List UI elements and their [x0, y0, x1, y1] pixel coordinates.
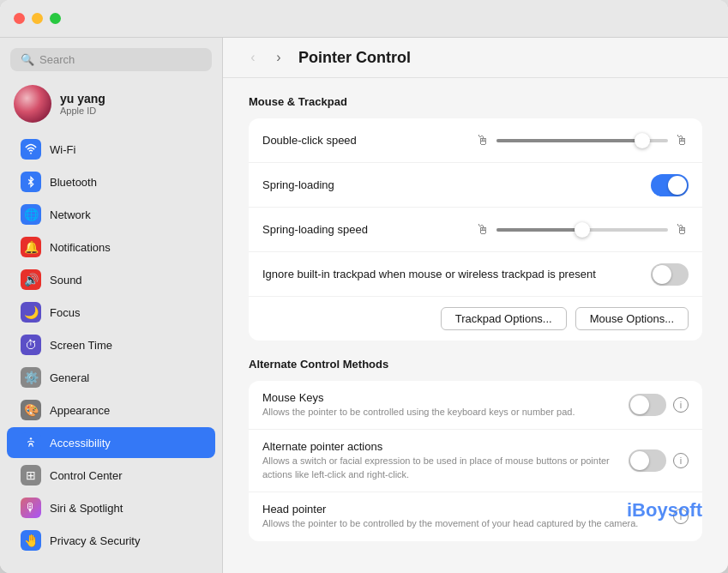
general-icon: ⚙️ [21, 367, 41, 388]
forward-button[interactable]: › [269, 48, 288, 67]
sidebar-item-network[interactable]: 🌐 Network [7, 199, 215, 230]
controlcenter-icon: ⊞ [21, 465, 41, 486]
ignore-trackpad-toggle[interactable] [651, 263, 689, 286]
appearance-icon: 🎨 [21, 400, 41, 420]
sidebar-item-label: Siri & Spotlight [50, 502, 123, 515]
sidebar-item-label: Focus [50, 306, 80, 319]
sidebar-item-label: Wi-Fi [50, 143, 75, 156]
ignore-trackpad-label: Ignore built-in trackpad when mouse or w… [262, 268, 651, 280]
sidebar-item-screentime[interactable]: ⏱ Screen Time [7, 329, 215, 360]
svg-point-0 [30, 153, 32, 154]
spring-loading-label: Spring-loading [262, 178, 651, 191]
sidebar-item-label: Appearance [50, 404, 110, 417]
head-pointer-label: Head pointer [262, 503, 673, 516]
sidebar-item-label: Sound [50, 274, 82, 286]
main-content: ‹ › Pointer Control Mouse & Trackpad Dou… [223, 38, 728, 573]
user-subtitle: Apple ID [60, 106, 105, 116]
slider-small-icon: 🖱 [476, 133, 490, 148]
avatar [14, 85, 51, 123]
alternate-pointer-toggle[interactable] [629, 449, 666, 472]
alternate-pointer-sublabel: Allows a switch or facial expression to … [262, 455, 629, 481]
section-header-mouse-trackpad: Mouse & Trackpad [249, 95, 702, 108]
setting-row-alternate-pointer: Alternate pointer actions Allows a switc… [249, 430, 702, 492]
sidebar-item-siri[interactable]: 🎙 Siri & Spotlight [7, 492, 215, 523]
trackpad-mouse-buttons: Trackpad Options... Mouse Options... [249, 297, 702, 341]
sidebar-item-focus[interactable]: 🌙 Focus [7, 297, 215, 328]
screentime-icon: ⏱ [21, 335, 41, 355]
network-icon: 🌐 [21, 204, 41, 225]
window: 🔍 Search yu yang Apple ID [0, 0, 728, 573]
search-placeholder: Search [39, 53, 75, 66]
mouse-keys-control: i [629, 394, 689, 416]
setting-row-spring-loading: Spring-loading [249, 163, 702, 208]
mouse-keys-label: Mouse Keys [262, 391, 629, 404]
mouse-keys-label-group: Mouse Keys Allows the pointer to be cont… [262, 391, 629, 419]
siri-icon: 🎙 [21, 498, 41, 518]
double-click-slider[interactable] [496, 139, 668, 142]
sidebar-item-bluetooth[interactable]: Bluetooth [7, 166, 215, 197]
alternate-pointer-label: Alternate pointer actions [262, 440, 629, 453]
focus-icon: 🌙 [21, 302, 41, 323]
spring-speed-slider[interactable] [496, 228, 668, 232]
spring-speed-label: Spring-loading speed [262, 223, 476, 236]
double-click-control: 🖱 🖱 [476, 133, 689, 148]
spring-speed-control: 🖱 🖱 [476, 222, 689, 238]
accessibility-icon [21, 432, 41, 453]
trackpad-options-button[interactable]: Trackpad Options... [441, 307, 567, 330]
head-pointer-info[interactable]: i [673, 509, 689, 524]
ignore-trackpad-control [651, 263, 689, 286]
slider-small-icon2: 🖱 [476, 222, 490, 238]
section-header-alternate: Alternate Control Methods [249, 358, 702, 371]
user-name: yu yang [60, 92, 105, 106]
bluetooth-icon [21, 172, 41, 192]
mouse-options-button[interactable]: Mouse Options... [575, 307, 689, 330]
user-profile[interactable]: yu yang Apple ID [0, 78, 222, 133]
sidebar-item-label: Accessibility [50, 437, 111, 449]
close-button[interactable] [14, 13, 25, 24]
head-pointer-sublabel: Allows the pointer to be controlled by t… [262, 517, 673, 530]
mouse-keys-info[interactable]: i [673, 397, 689, 413]
sidebar-item-label: General [50, 371, 89, 384]
traffic-lights [14, 13, 61, 24]
main-body: Mouse & Trackpad Double-click speed 🖱 [223, 78, 728, 573]
back-button[interactable]: ‹ [244, 48, 262, 67]
user-info: yu yang Apple ID [60, 92, 105, 116]
spring-loading-control [651, 174, 689, 196]
maximize-button[interactable] [50, 13, 61, 24]
search-box[interactable]: 🔍 Search [10, 48, 212, 71]
slider-large-icon: 🖱 [675, 133, 689, 148]
head-pointer-label-group: Head pointer Allows the pointer to be co… [262, 503, 673, 530]
notifications-icon: 🔔 [21, 237, 41, 257]
sidebar-item-label: Bluetooth [50, 176, 97, 189]
sidebar-item-label: Control Center [50, 469, 123, 482]
privacy-icon: 🤚 [21, 530, 41, 551]
sidebar-item-wifi[interactable]: Wi-Fi [7, 134, 215, 165]
sidebar-item-notifications[interactable]: 🔔 Notifications [7, 232, 215, 262]
mouse-keys-sublabel: Allows the pointer to be controlled usin… [262, 406, 629, 419]
slider-large-icon2: 🖱 [675, 222, 689, 238]
alternate-pointer-label-group: Alternate pointer actions Allows a switc… [262, 440, 629, 481]
alternate-pointer-control: i [629, 449, 689, 472]
wifi-icon [21, 139, 41, 160]
main-wrapper: ‹ › Pointer Control Mouse & Trackpad Dou… [223, 38, 728, 573]
mouse-trackpad-card: Double-click speed 🖱 🖱 [249, 118, 702, 341]
sidebar-item-general[interactable]: ⚙️ General [7, 362, 215, 393]
head-pointer-control: i [673, 509, 689, 524]
content-area: 🔍 Search yu yang Apple ID [0, 38, 728, 573]
setting-row-mouse-keys: Mouse Keys Allows the pointer to be cont… [249, 381, 702, 430]
sidebar-item-sound[interactable]: 🔊 Sound [7, 264, 215, 295]
sidebar-item-controlcenter[interactable]: ⊞ Control Center [7, 460, 215, 491]
sidebar-item-label: Network [50, 208, 91, 221]
minimize-button[interactable] [32, 13, 43, 24]
main-header: ‹ › Pointer Control [223, 38, 728, 78]
spring-loading-toggle[interactable] [651, 174, 689, 196]
sidebar-item-privacy[interactable]: 🤚 Privacy & Security [7, 525, 215, 556]
sidebar-item-label: Screen Time [50, 339, 112, 352]
sidebar-item-label: Notifications [50, 241, 111, 254]
sound-icon: 🔊 [21, 269, 41, 290]
sidebar-item-accessibility[interactable]: Accessibility [7, 427, 215, 458]
mouse-keys-toggle[interactable] [629, 394, 666, 416]
sidebar-item-appearance[interactable]: 🎨 Appearance [7, 395, 215, 425]
alternate-pointer-info[interactable]: i [673, 453, 689, 468]
svg-point-1 [30, 437, 32, 439]
